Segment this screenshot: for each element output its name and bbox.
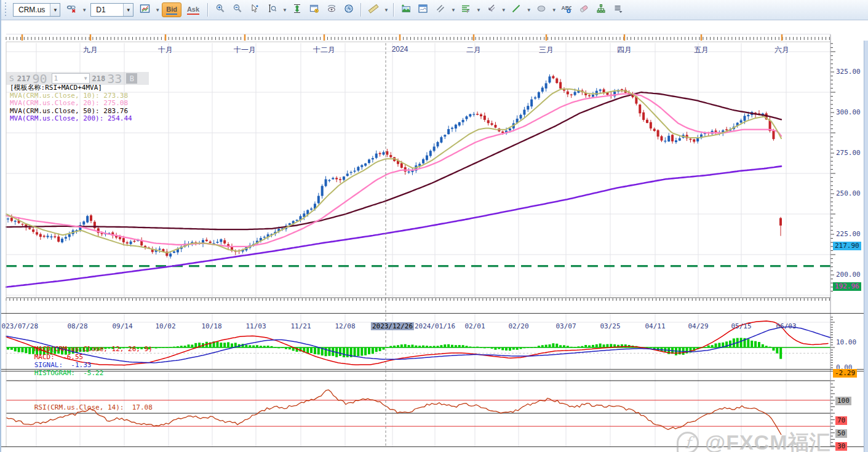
vertical-scrollbar[interactable]: [864, 41, 868, 452]
channel-tool-dropdown-arrow[interactable]: ▼: [450, 7, 456, 13]
macd-histogram-value: HISTOGRAM: -5.22: [34, 369, 104, 377]
rsi-tick-0: 100: [835, 397, 851, 405]
month-label-4: 2024: [392, 45, 408, 54]
zoom-cursor-icon: [250, 4, 260, 16]
more-tools-icon: [613, 4, 623, 16]
rsi-title: RSI(CRM.us.Close, 14): 17.08: [34, 403, 153, 411]
main-toolbar: CRM.us ▼ ▼ D1 ▼ ▼ Bid Ask ▼▼▼F▼▼▼▼ABC: [1, 0, 868, 20]
trade-volume-input[interactable]: 1 ▼: [52, 73, 90, 84]
macd-value: MACD: -6.55: [34, 353, 83, 361]
date-label-12: 03/07: [554, 322, 577, 330]
ruler-button[interactable]: [365, 2, 381, 18]
more-tools-button[interactable]: [610, 2, 626, 18]
date-label-1: 08/28: [66, 322, 89, 330]
visibility-button[interactable]: [324, 2, 340, 18]
month-label-3: 十二月: [313, 45, 335, 55]
eraser-button[interactable]: [576, 2, 592, 18]
ruler-dropdown-arrow[interactable]: ▼: [383, 7, 389, 13]
toolbar-separator: [207, 3, 209, 17]
date-label-5: 11/03: [244, 322, 267, 330]
period-dropdown-arrow[interactable]: ▼: [123, 4, 133, 16]
ellipse-tool-dropdown-arrow[interactable]: ▼: [551, 7, 557, 13]
period-select[interactable]: D1 ▼: [90, 3, 133, 17]
trend-line-dropdown-arrow[interactable]: ▼: [526, 7, 532, 13]
zoom-in-button[interactable]: [212, 2, 228, 18]
bid-line-button[interactable]: Bid: [162, 2, 181, 17]
unlink-chart-button[interactable]: [63, 2, 79, 18]
buy-price-minor[interactable]: 33: [107, 73, 122, 84]
trading-app-window: CRM.us ▼ ▼ D1 ▼ ▼ Bid Ask ▼▼▼F▼▼▼▼ABC: [0, 0, 868, 452]
mva-line-1: MVA(CRM.us.Close, 20): 275.08: [10, 100, 132, 108]
month-label-0: 九月: [83, 45, 98, 55]
trade-volume-value: 1: [54, 74, 58, 82]
zoom-out-icon: [233, 4, 242, 16]
price-tick-5: 200.00: [836, 271, 861, 279]
date-label-17: 06/03: [774, 322, 797, 330]
sell-side-label[interactable]: S: [6, 74, 17, 83]
trade-volume-dropdown-arrow[interactable]: ▼: [84, 76, 87, 81]
month-label-9: 六月: [774, 45, 789, 55]
date-label-13: 03/25: [599, 322, 621, 330]
zoom-out-button[interactable]: [229, 2, 245, 18]
sell-price-major[interactable]: 217: [17, 74, 31, 83]
fib-levels-icon: F: [461, 4, 471, 16]
window-snapshot-button[interactable]: [415, 2, 431, 18]
ellipse-tool-icon: [536, 4, 546, 16]
link-broken-icon: [66, 4, 77, 16]
chart-area[interactable]: 九月十月十一月十二月2024二月三月四月五月六月2023/07/2808/280…: [1, 20, 868, 452]
chart-style-button[interactable]: [137, 2, 153, 18]
rsi-tick-3: 30: [835, 442, 847, 451]
fib-levels-dropdown-arrow[interactable]: ▼: [476, 7, 482, 13]
unlink-dropdown-arrow[interactable]: ▼: [81, 7, 87, 13]
sell-price-minor[interactable]: 90: [33, 73, 47, 84]
zoom-measure-icon: [267, 4, 277, 16]
buy-price-major[interactable]: 218: [92, 74, 106, 83]
macd-tick-0: 10.00: [836, 338, 856, 346]
zoom-measure-dropdown-arrow[interactable]: ▼: [282, 7, 288, 13]
window-properties-button[interactable]: [306, 2, 322, 18]
fit-vertical-button[interactable]: [289, 2, 305, 18]
symbol-select[interactable]: CRM.us ▼: [13, 3, 60, 17]
zoom-cursor-button[interactable]: [247, 2, 263, 18]
chart-style-dropdown-arrow[interactable]: ▼: [154, 7, 161, 13]
price-tick-1: 300.00: [836, 108, 861, 116]
date-label-0: 2023/07/28: [0, 322, 39, 330]
bid-underline: [166, 14, 177, 15]
month-label-7: 四月: [617, 45, 632, 55]
date-label-4: 10/18: [200, 322, 223, 330]
ask-line-button[interactable]: Ask: [183, 2, 204, 17]
toolbar-tools: ▼▼▼F▼▼▼▼ABC: [212, 2, 626, 18]
date-label-3: 10/02: [154, 322, 177, 330]
channel-tool-button[interactable]: [432, 2, 448, 18]
toolbar-separator: [360, 3, 362, 17]
trend-line-button[interactable]: [508, 2, 524, 18]
image-add-button[interactable]: [398, 2, 414, 18]
text-tool-button[interactable]: ABC: [559, 2, 575, 18]
svg-text:F: F: [467, 9, 469, 14]
toolbar-drag-handle[interactable]: [4, 2, 7, 17]
zoom-measure-button[interactable]: [264, 2, 280, 18]
period-value: D1: [91, 6, 123, 14]
image-add-icon: [400, 4, 411, 16]
ask-label: Ask: [187, 6, 199, 13]
one-click-trade-bar: S 217 90 1 ▼ 218 33 B: [6, 72, 149, 85]
date-label-10: 02/01: [463, 322, 486, 330]
ask-underline: [187, 14, 199, 15]
arrow-tool-button[interactable]: [483, 2, 499, 18]
window-snapshot-icon: [418, 4, 428, 16]
visibility-icon: [327, 4, 336, 16]
channel-tool-icon: [436, 4, 445, 16]
ellipse-tool-button[interactable]: [533, 2, 549, 18]
month-label-6: 三月: [539, 45, 554, 55]
fib-levels-button[interactable]: F: [458, 2, 474, 18]
month-label-8: 五月: [694, 45, 709, 55]
zoom-in-icon: [215, 4, 225, 16]
session-clock-button[interactable]: [341, 2, 357, 18]
symbol-dropdown-arrow[interactable]: ▼: [50, 4, 60, 16]
macd-title: MACD(CRM.us.Close, 12, 26, 9): [34, 345, 153, 353]
buy-side-label[interactable]: B: [126, 73, 137, 84]
arrow-tool-dropdown-arrow[interactable]: ▼: [501, 7, 507, 13]
rsi-label-row: RSI(CRM.us.Close, 14): 17.08: [10, 395, 153, 419]
object-tree-button[interactable]: [593, 2, 609, 18]
session-clock-icon: [344, 4, 354, 16]
